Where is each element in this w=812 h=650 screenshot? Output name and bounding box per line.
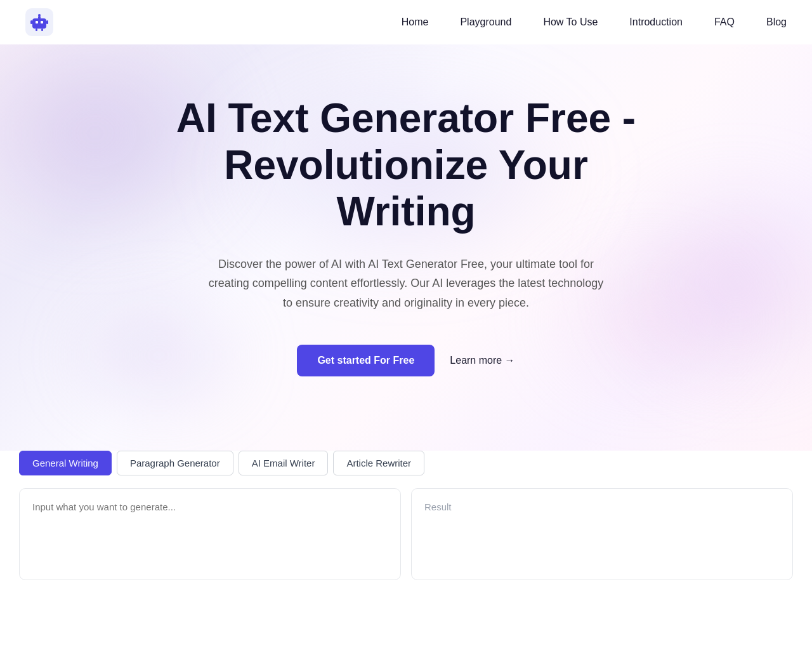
get-started-button[interactable]: Get started For Free	[297, 345, 435, 376]
svg-rect-7	[46, 20, 48, 24]
nav-item-how-to-use[interactable]: How To Use	[543, 17, 598, 28]
input-panel	[19, 488, 401, 580]
result-label: Result	[424, 501, 452, 512]
nav-link-blog[interactable]: Blog	[766, 17, 787, 27]
svg-rect-1	[32, 18, 46, 29]
tab-ai-email-writer[interactable]: AI Email Writer	[239, 451, 329, 475]
tool-panels: Result	[19, 488, 793, 580]
svg-rect-8	[36, 29, 37, 31]
navbar: Home Playground How To Use Introduction …	[0, 0, 812, 44]
svg-point-5	[38, 14, 41, 17]
hero-section: AI Text Generator Free - Revolutionize Y…	[0, 44, 812, 451]
tab-paragraph-generator[interactable]: Paragraph Generator	[117, 451, 233, 475]
nav-item-introduction[interactable]: Introduction	[629, 17, 683, 28]
svg-rect-9	[41, 29, 43, 31]
nav-item-playground[interactable]: Playground	[460, 17, 511, 28]
tab-general-writing[interactable]: General Writing	[19, 451, 112, 475]
svg-rect-2	[36, 21, 38, 23]
input-textarea[interactable]	[32, 501, 388, 565]
logo[interactable]	[25, 8, 53, 36]
hero-subheading: Discover the power of AI with AI Text Ge…	[203, 255, 609, 313]
nav-link-home[interactable]: Home	[402, 17, 429, 27]
tool-tabs: General Writing Paragraph Generator AI E…	[19, 451, 793, 475]
nav-item-faq[interactable]: FAQ	[714, 17, 735, 28]
nav-item-blog[interactable]: Blog	[766, 17, 787, 28]
svg-rect-6	[30, 20, 32, 24]
nav-link-how-to-use[interactable]: How To Use	[543, 17, 598, 27]
hero-content: AI Text Generator Free - Revolutionize Y…	[25, 95, 787, 376]
tab-article-rewriter[interactable]: Article Rewriter	[333, 451, 424, 475]
hero-heading: AI Text Generator Free - Revolutionize Y…	[165, 95, 647, 235]
nav-links: Home Playground How To Use Introduction …	[402, 17, 787, 28]
tool-section: General Writing Paragraph Generator AI E…	[0, 451, 812, 606]
nav-link-playground[interactable]: Playground	[460, 17, 511, 27]
learn-more-button[interactable]: Learn more →	[450, 355, 514, 366]
logo-icon	[25, 8, 53, 36]
nav-item-home[interactable]: Home	[402, 17, 429, 28]
result-panel: Result	[411, 488, 793, 580]
nav-link-introduction[interactable]: Introduction	[629, 17, 683, 27]
nav-link-faq[interactable]: FAQ	[714, 17, 735, 27]
svg-rect-3	[41, 21, 43, 23]
hero-buttons: Get started For Free Learn more →	[25, 345, 787, 376]
